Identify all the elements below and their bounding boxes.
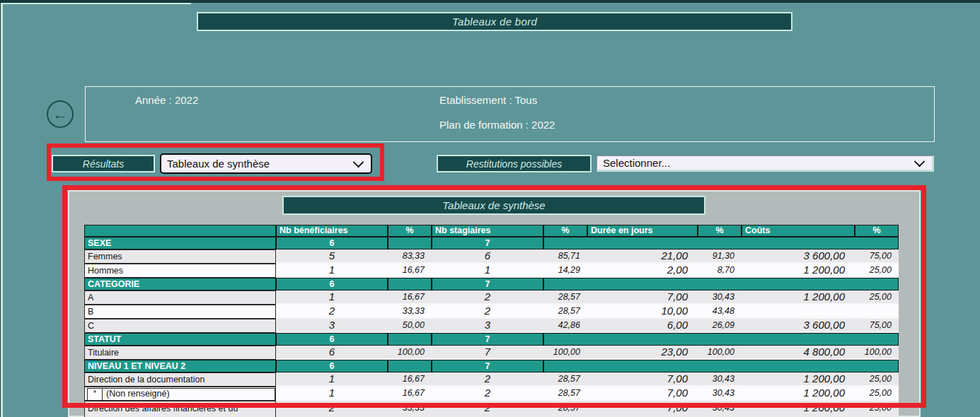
section-value: 7 (432, 278, 543, 290)
table-cell: 28,57 (543, 290, 587, 305)
row-label: Titulaire (84, 346, 276, 360)
col-header: % (855, 225, 899, 237)
row-label: Direction de la documentation (84, 372, 276, 387)
page-title-label: Tableaux de bord (452, 16, 537, 28)
table-cell: 28,57 (543, 305, 587, 319)
section-value: 6 (276, 278, 388, 290)
section-value: 7 (432, 360, 543, 372)
table-cell: 2 (432, 387, 543, 401)
table-cell: 3 600,00 (742, 249, 855, 264)
table-cell: 33,33 (388, 305, 432, 319)
table-cell: 23,00 (587, 346, 698, 360)
section-row: NIVEAU 1 ET NIVEAU 267 (84, 360, 899, 372)
row-label-text: (Non renseigné) (103, 389, 170, 400)
table-cell: 28,57 (543, 387, 587, 401)
table-cell: 42,86 (543, 319, 587, 333)
asterisk-marker: * (88, 389, 103, 400)
table-cell: 1 (276, 290, 388, 305)
table-cell: 4 800,00 (742, 346, 855, 360)
chevron-down-icon (914, 155, 926, 167)
table-cell: 1 200,00 (742, 372, 855, 387)
section-merged-cell (543, 278, 899, 290)
table-row: Hommes116,67114,292,008,701 200,0025,00 (84, 264, 899, 278)
table-cell: 85,71 (543, 249, 587, 264)
restitutions-label: Restitutions possibles (437, 155, 592, 172)
table-cell: 25,00 (855, 387, 899, 401)
table-cell: 30,43 (698, 290, 742, 305)
table-cell: 2 (432, 305, 543, 319)
row-label: Femmes (84, 249, 276, 264)
table-cell: 25,00 (855, 290, 899, 305)
plan-formation-value: Plan de formation : 2022 (439, 119, 555, 131)
table-cell: 25,00 (855, 372, 899, 387)
col-header: Nb stagiaires (432, 225, 543, 237)
table-cell: 100,00 (698, 346, 742, 360)
table-cell: 16,67 (388, 372, 432, 387)
section-empty-cell (388, 333, 432, 346)
table-cell: 21,00 (587, 249, 698, 264)
table-cell: 2 (432, 401, 543, 417)
row-label: A (84, 290, 276, 305)
table-row: B233,33228,5710,0043,48 (84, 305, 899, 319)
resultats-label-text: Résultats (83, 158, 124, 170)
table-cell: 100,00 (855, 346, 899, 360)
back-button[interactable]: ← (47, 100, 74, 128)
table-row: Femmes583,33685,7121,0091,303 600,0075,0… (84, 249, 899, 264)
table-cell: 6 (432, 249, 543, 264)
col-header: Coûts (742, 225, 855, 237)
table-cell: 91,30 (698, 249, 742, 264)
table-cell: 33,33 (388, 401, 432, 417)
row-label: C (84, 319, 276, 333)
table-cell: 6 (276, 346, 388, 360)
table-cell: 7,00 (587, 290, 698, 305)
section-empty-cell (388, 360, 432, 372)
table-cell: 2 (432, 290, 543, 305)
table-cell: 28,57 (543, 372, 587, 387)
table-cell: 100,00 (543, 346, 587, 360)
table-row: Titulaire6100,007100,0023,00100,004 800,… (84, 346, 899, 360)
table-cell: 50,00 (388, 319, 432, 333)
table-cell: 28,57 (543, 401, 587, 417)
row-label: *(Non renseigné) (84, 387, 276, 401)
section-value: 6 (276, 360, 388, 372)
section-row: CATEGORIE67 (84, 278, 899, 290)
table-cell: 6,00 (587, 319, 698, 333)
section-value: 6 (276, 237, 388, 249)
table-cell: 2,00 (587, 264, 698, 278)
restitutions-label-text: Restitutions possibles (466, 158, 562, 170)
table-cell: 1 (276, 264, 388, 278)
col-header: % (543, 225, 587, 237)
left-arrow-icon: ← (53, 106, 68, 123)
table-cell: 100,00 (388, 346, 432, 360)
resultats-select[interactable]: Tableaux de synthèse (160, 153, 372, 174)
chevron-down-icon (353, 156, 364, 168)
table-cell: 30,43 (698, 401, 742, 417)
restitutions-select[interactable]: Selectionner... (596, 155, 934, 172)
table-cell: 3 (432, 319, 543, 333)
col-header (84, 225, 276, 237)
table-cell: 2 (432, 372, 543, 387)
table-cell: 1 200,00 (742, 387, 855, 401)
page-title: Tableaux de bord (197, 12, 792, 31)
table-cell: 1 200,00 (742, 264, 855, 278)
table-cell: 16,67 (388, 264, 432, 278)
resultats-selected-value: Tableaux de synthèse (161, 158, 270, 170)
table-cell: 30,43 (698, 372, 742, 387)
table-cell: 5 (276, 249, 388, 264)
section-label: STATUT (84, 333, 276, 346)
table-cell: 1 (432, 264, 543, 278)
section-label: SEXE (84, 237, 276, 249)
restitutions-selected-value: Selectionner... (597, 157, 670, 169)
table-cell: 7,00 (587, 372, 698, 387)
table-cell: 16,67 (388, 387, 432, 401)
table-cell: 1 200,00 (742, 401, 855, 417)
table-cell: 7,00 (587, 401, 698, 417)
section-row: STATUT67 (84, 333, 899, 346)
col-header: Durée en jours (587, 225, 698, 237)
annee-value: Année : 2022 (135, 94, 198, 106)
table-cell: 10,00 (587, 305, 698, 319)
table-row: Direction de la documentation116,67228,5… (84, 372, 899, 387)
section-value: 7 (432, 237, 543, 249)
table-cell (742, 305, 855, 319)
table-cell (855, 305, 899, 319)
